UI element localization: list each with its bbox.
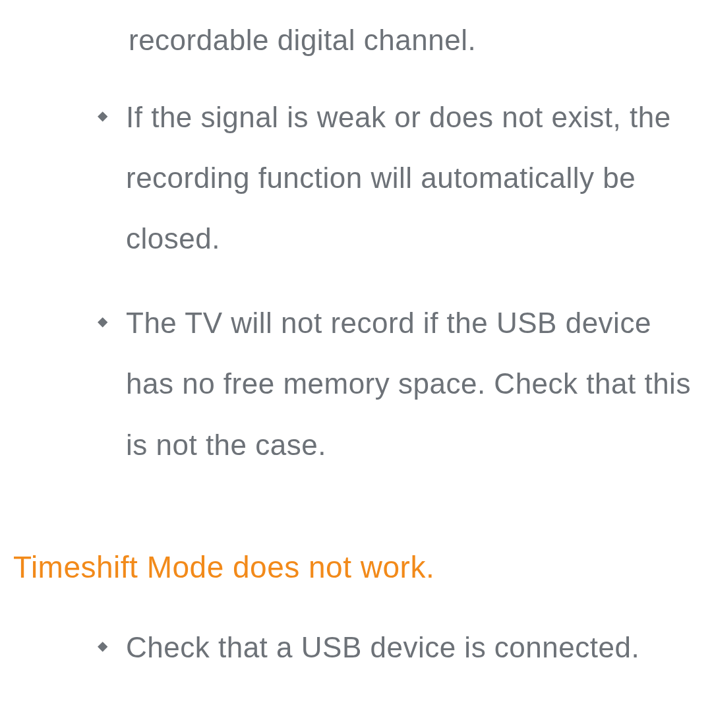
list-item: ◆ The TV will not record if the USB devi… bbox=[98, 303, 699, 475]
diamond-bullet-icon: ◆ bbox=[98, 639, 107, 678]
section-title: Timeshift Mode does not work. bbox=[13, 548, 699, 588]
document-content: recordable digital channel. ◆ If the sig… bbox=[13, 20, 699, 678]
continuation-text: recordable digital channel. bbox=[129, 20, 699, 61]
list-item: ◆ If the signal is weak or does not exis… bbox=[98, 97, 699, 270]
list-item-text: Check that a USB device is connected. bbox=[126, 617, 639, 678]
list-item-text: The TV will not record if the USB device… bbox=[126, 293, 699, 475]
list-item: ◆ Check that a USB device is connected. bbox=[98, 627, 699, 678]
list-item-text: If the signal is weak or does not exist,… bbox=[126, 87, 699, 270]
diamond-bullet-icon: ◆ bbox=[98, 109, 107, 270]
diamond-bullet-icon: ◆ bbox=[98, 315, 107, 475]
